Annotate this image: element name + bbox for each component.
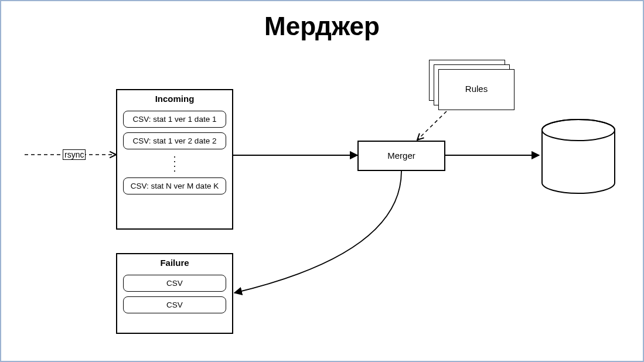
- svg-line-3: [417, 111, 447, 140]
- vertical-ellipsis-icon: ····: [117, 154, 232, 173]
- failure-box: Failure CSV CSV: [116, 253, 233, 334]
- rules-card-front: Rules: [438, 69, 514, 110]
- merger-box: Merger: [357, 141, 445, 171]
- database-icon: [540, 118, 616, 194]
- rsync-label: rsync: [63, 149, 86, 160]
- failure-row: CSV: [123, 296, 226, 313]
- rules-stack: Rules: [429, 60, 511, 107]
- incoming-row: CSV: stat N ver M date K: [123, 177, 226, 194]
- failure-header: Failure: [117, 258, 232, 268]
- incoming-row: CSV: stat 1 ver 2 date 2: [123, 132, 226, 149]
- incoming-box: Incoming CSV: stat 1 ver 1 date 1 CSV: s…: [116, 89, 233, 230]
- failure-row: CSV: [123, 275, 226, 292]
- incoming-header: Incoming: [117, 94, 232, 104]
- diagram-title: Мерджер: [1, 12, 643, 41]
- incoming-row: CSV: stat 1 ver 1 date 1: [123, 111, 226, 128]
